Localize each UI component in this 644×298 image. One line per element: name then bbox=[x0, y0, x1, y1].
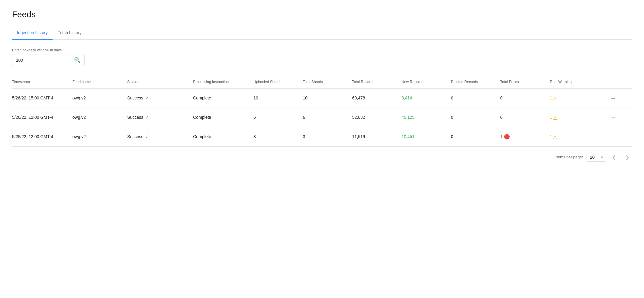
table-row: 5/25/22, 12:00 GMT-4owg.v2Success ✓Compl… bbox=[12, 127, 632, 146]
search-label: Enter lookback window in days bbox=[12, 48, 632, 52]
cell-uploaded-shards: 10 bbox=[253, 88, 303, 108]
cell-total-warnings: 1 △ bbox=[550, 108, 610, 127]
cell-processing-instruction: Complete bbox=[193, 108, 253, 127]
cell-total-shards: 6 bbox=[303, 108, 352, 127]
search-section: Enter lookback window in days 🔍 bbox=[12, 48, 632, 66]
cell-status: Success ✓ bbox=[127, 108, 193, 127]
items-per-page-wrapper: 10 20 50 100 bbox=[587, 153, 606, 162]
cell-total-records: 60,478 bbox=[352, 88, 401, 108]
warning-icon: △ bbox=[553, 134, 557, 140]
cell-total-records: 52,032 bbox=[352, 108, 401, 127]
cell-total-shards: 3 bbox=[303, 127, 352, 146]
cell-total-warnings: 1 △ bbox=[550, 127, 610, 146]
col-header-total-warnings: Total Warnings bbox=[550, 76, 610, 88]
warning-icon: △ bbox=[553, 95, 557, 101]
next-page-button[interactable]: ❯ bbox=[623, 153, 632, 162]
items-per-page-label: Items per page: bbox=[556, 155, 583, 159]
col-header-timestamp: Timestamp bbox=[12, 76, 72, 88]
page-title: Feeds bbox=[12, 10, 632, 19]
cell-total-errors: 1 🔴 bbox=[500, 127, 549, 146]
cell-total-shards: 10 bbox=[303, 88, 352, 108]
tab-bar: Ingestion history Fetch history bbox=[12, 27, 632, 40]
prev-page-button[interactable]: ❮ bbox=[610, 153, 619, 162]
cell-status: Success ✓ bbox=[127, 127, 193, 146]
cell-uploaded-shards: 3 bbox=[253, 127, 303, 146]
col-header-uploaded-shards: Uploaded Shards bbox=[253, 76, 303, 88]
cell-feedname: owg.v2 bbox=[72, 108, 127, 127]
search-input[interactable] bbox=[16, 58, 74, 63]
col-header-deleted-records: Deleted Records bbox=[451, 76, 500, 88]
table-row: 5/26/22, 12:00 GMT-4owg.v2Success ✓Compl… bbox=[12, 108, 632, 127]
ingestion-table: Timestamp Feed name Status Processing In… bbox=[12, 76, 632, 147]
cell-timestamp: 5/26/22, 12:00 GMT-4 bbox=[12, 108, 72, 127]
search-box: 🔍 bbox=[12, 54, 85, 66]
cell-action[interactable]: → bbox=[610, 88, 632, 108]
row-navigate-button[interactable]: → bbox=[610, 114, 616, 121]
cell-total-errors: 0 bbox=[500, 108, 549, 127]
cell-processing-instruction: Complete bbox=[193, 127, 253, 146]
col-header-processing-instruction: Processing Instruction bbox=[193, 76, 253, 88]
cell-feedname: owg.v2 bbox=[72, 127, 127, 146]
table-body: 5/26/22, 15:00 GMT-4owg.v2Success ✓Compl… bbox=[12, 88, 632, 146]
status-text: Success bbox=[127, 134, 143, 139]
cell-processing-instruction: Complete bbox=[193, 88, 253, 108]
cell-deleted-records: 0 bbox=[451, 108, 500, 127]
warning-count: 1 bbox=[550, 96, 552, 100]
search-icon[interactable]: 🔍 bbox=[74, 57, 81, 63]
col-header-total-errors: Total Errors bbox=[500, 76, 549, 88]
cell-action[interactable]: → bbox=[610, 127, 632, 146]
page-container: Feeds Ingestion history Fetch history En… bbox=[0, 0, 644, 177]
cell-total-warnings: 1 △ bbox=[550, 88, 610, 108]
cell-total-errors: 0 bbox=[500, 88, 549, 108]
cell-total-records: 11,519 bbox=[352, 127, 401, 146]
table-row: 5/26/22, 15:00 GMT-4owg.v2Success ✓Compl… bbox=[12, 88, 632, 108]
warning-count: 1 bbox=[550, 134, 552, 139]
tab-fetch-history[interactable]: Fetch history bbox=[53, 27, 86, 40]
error-count: 1 bbox=[500, 134, 503, 139]
col-header-action bbox=[610, 76, 632, 88]
status-text: Success bbox=[127, 96, 143, 100]
col-header-new-records: New Records bbox=[401, 76, 451, 88]
row-navigate-button[interactable]: → bbox=[610, 95, 616, 101]
warning-icon: △ bbox=[553, 115, 557, 120]
cell-new-records: 10,451 bbox=[401, 127, 451, 146]
checkmark-icon: ✓ bbox=[145, 95, 149, 101]
row-navigate-button[interactable]: → bbox=[610, 133, 616, 140]
col-header-total-shards: Total Shards bbox=[303, 76, 352, 88]
items-per-page-select[interactable]: 10 20 50 100 bbox=[587, 153, 606, 162]
col-header-status: Status bbox=[127, 76, 193, 88]
cell-new-records: 40,125 bbox=[401, 108, 451, 127]
checkmark-icon: ✓ bbox=[145, 134, 149, 140]
col-header-feedname: Feed name bbox=[72, 76, 127, 88]
cell-timestamp: 5/25/22, 12:00 GMT-4 bbox=[12, 127, 72, 146]
cell-feedname: owg.v2 bbox=[72, 88, 127, 108]
cell-status: Success ✓ bbox=[127, 88, 193, 108]
table-header-row: Timestamp Feed name Status Processing In… bbox=[12, 76, 632, 88]
pagination-bar: Items per page: 10 20 50 100 ❮ ❯ bbox=[12, 147, 632, 168]
cell-action[interactable]: → bbox=[610, 108, 632, 127]
cell-deleted-records: 0 bbox=[451, 88, 500, 108]
status-text: Success bbox=[127, 115, 143, 120]
error-icon: 🔴 bbox=[504, 134, 510, 140]
tab-ingestion-history[interactable]: Ingestion history bbox=[12, 27, 53, 40]
warning-count: 1 bbox=[550, 115, 552, 120]
col-header-total-records: Total Records bbox=[352, 76, 401, 88]
checkmark-icon: ✓ bbox=[145, 115, 149, 120]
cell-new-records: 8,414 bbox=[401, 88, 451, 108]
cell-timestamp: 5/26/22, 15:00 GMT-4 bbox=[12, 88, 72, 108]
cell-deleted-records: 0 bbox=[451, 127, 500, 146]
cell-uploaded-shards: 6 bbox=[253, 108, 303, 127]
